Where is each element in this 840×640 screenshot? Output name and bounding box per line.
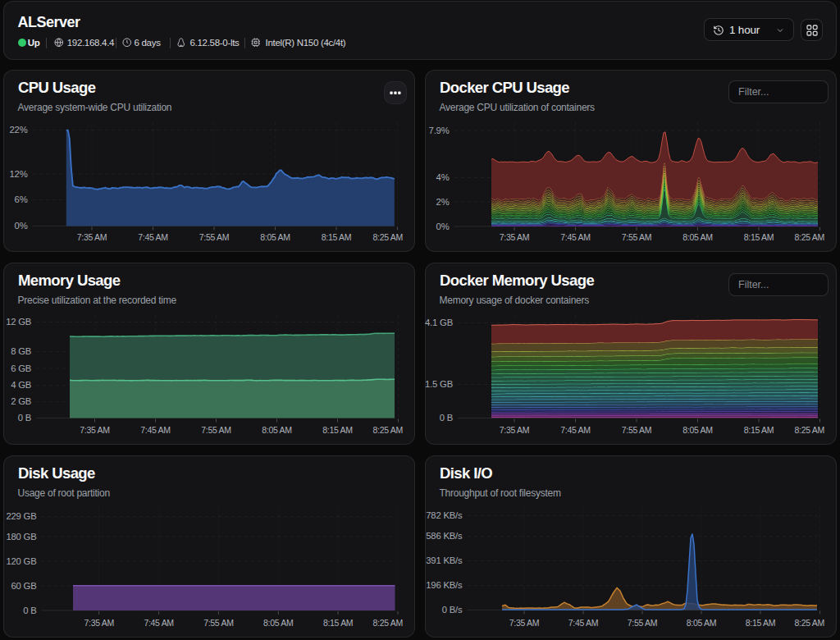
svg-text:12%: 12% [9, 169, 27, 179]
svg-text:7:45 AM: 7:45 AM [140, 425, 170, 435]
svg-text:8:15 AM: 8:15 AM [744, 232, 774, 242]
svg-text:782 KB/s: 782 KB/s [426, 510, 463, 520]
svg-text:196 KB/s: 196 KB/s [426, 580, 463, 590]
svg-text:2%: 2% [436, 197, 450, 207]
svg-text:4.1 GB: 4.1 GB [425, 318, 453, 327]
svg-text:0 B: 0 B [18, 413, 31, 423]
svg-text:7:35 AM: 7:35 AM [500, 425, 529, 435]
svg-text:8:25 AM: 8:25 AM [373, 618, 403, 628]
svg-text:8:25 AM: 8:25 AM [795, 425, 824, 435]
svg-text:0 B: 0 B [440, 413, 453, 423]
svg-text:1.5 GB: 1.5 GB [425, 379, 453, 389]
svg-text:7:45 AM: 7:45 AM [560, 425, 590, 435]
svg-text:8:25 AM: 8:25 AM [795, 618, 824, 628]
svg-text:8:25 AM: 8:25 AM [373, 232, 403, 242]
svg-text:60 GB: 60 GB [11, 581, 36, 591]
svg-text:0%: 0% [436, 222, 450, 231]
svg-text:586 KB/s: 586 KB/s [426, 531, 463, 541]
svg-text:120 GB: 120 GB [6, 556, 36, 566]
svg-text:7:55 AM: 7:55 AM [199, 232, 229, 242]
svg-text:22%: 22% [9, 125, 27, 135]
svg-text:7:45 AM: 7:45 AM [138, 232, 167, 242]
svg-text:7:35 AM: 7:35 AM [500, 232, 529, 242]
svg-text:6%: 6% [15, 194, 28, 204]
svg-text:391 KB/s: 391 KB/s [426, 555, 463, 565]
svg-text:4%: 4% [436, 172, 450, 182]
svg-text:8:05 AM: 8:05 AM [682, 425, 712, 435]
svg-text:8:05 AM: 8:05 AM [687, 618, 716, 628]
svg-text:8:15 AM: 8:15 AM [322, 425, 352, 435]
svg-text:7:55 AM: 7:55 AM [201, 425, 231, 435]
svg-text:7:35 AM: 7:35 AM [509, 618, 539, 628]
svg-text:0%: 0% [15, 221, 28, 231]
svg-text:8:15 AM: 8:15 AM [746, 618, 775, 628]
svg-text:7:55 AM: 7:55 AM [203, 618, 233, 628]
svg-text:7:45 AM: 7:45 AM [568, 618, 598, 628]
svg-text:8:15 AM: 8:15 AM [744, 425, 774, 435]
svg-text:8:05 AM: 8:05 AM [260, 232, 290, 242]
svg-text:8:25 AM: 8:25 AM [795, 232, 824, 242]
svg-text:7:55 AM: 7:55 AM [622, 232, 651, 242]
svg-text:229 GB: 229 GB [6, 511, 36, 521]
svg-text:2 GB: 2 GB [11, 396, 31, 406]
svg-text:7.9%: 7.9% [429, 126, 450, 135]
svg-text:8:05 AM: 8:05 AM [263, 618, 293, 628]
svg-text:7:35 AM: 7:35 AM [84, 618, 113, 628]
svg-text:7:35 AM: 7:35 AM [80, 425, 109, 435]
svg-text:0 B: 0 B [23, 606, 36, 615]
svg-text:8:15 AM: 8:15 AM [322, 232, 351, 242]
svg-text:180 GB: 180 GB [6, 532, 36, 542]
svg-text:8:25 AM: 8:25 AM [373, 425, 403, 435]
svg-text:7:45 AM: 7:45 AM [560, 232, 590, 242]
svg-text:4 GB: 4 GB [11, 380, 31, 390]
svg-text:12 GB: 12 GB [6, 317, 31, 327]
svg-text:7:55 AM: 7:55 AM [622, 425, 651, 435]
svg-text:8:15 AM: 8:15 AM [323, 618, 353, 628]
svg-text:8:05 AM: 8:05 AM [682, 232, 712, 242]
svg-text:6 GB: 6 GB [11, 363, 31, 373]
svg-text:7:55 AM: 7:55 AM [628, 618, 657, 628]
svg-text:7:35 AM: 7:35 AM [77, 232, 107, 242]
svg-text:7:45 AM: 7:45 AM [144, 618, 173, 628]
svg-text:8:05 AM: 8:05 AM [262, 425, 291, 435]
svg-text:0 B/s: 0 B/s [442, 605, 463, 615]
svg-text:8 GB: 8 GB [11, 346, 31, 356]
